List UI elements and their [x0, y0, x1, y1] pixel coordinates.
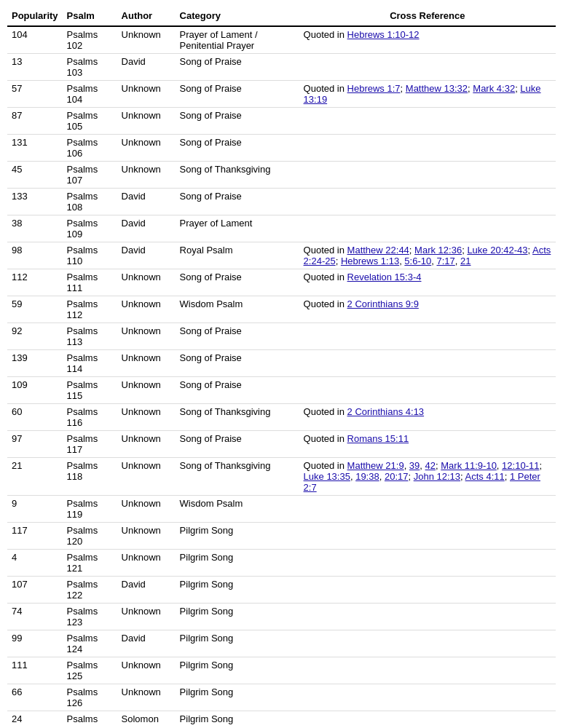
header-crossref: Cross Reference: [299, 7, 556, 26]
cell-popularity: 99: [7, 630, 63, 657]
cell-category: Wisdom Psalm: [176, 496, 299, 523]
cell-author: Unknown: [117, 81, 176, 108]
cell-psalm: Psalms109: [63, 215, 117, 242]
cell-psalm: Psalms107: [63, 162, 117, 189]
cell-category: Song of Praise: [176, 81, 299, 108]
cell-author: Unknown: [117, 377, 176, 404]
cell-psalm: Psalms104: [63, 81, 117, 108]
cell-author: David: [117, 189, 176, 215]
cell-author: Unknown: [117, 135, 176, 162]
cell-popularity: 109: [7, 377, 63, 404]
cell-psalm: Psalms110: [63, 242, 117, 269]
cell-popularity: 59: [7, 296, 63, 323]
cell-author: David: [117, 577, 176, 604]
cell-crossref: [299, 657, 556, 684]
cell-crossref: [299, 630, 556, 657]
cell-author: Unknown: [117, 296, 176, 323]
cell-popularity: 112: [7, 269, 63, 296]
cell-psalm: Psalms103: [63, 54, 117, 81]
cell-author: Unknown: [117, 431, 176, 458]
table-row: 45 Psalms107 Unknown Song of Thanksgivin…: [7, 162, 556, 189]
header-popularity: Popularity: [7, 7, 63, 26]
table-row: 59 Psalms112 Unknown Wisdom Psalm Quoted…: [7, 296, 556, 323]
table-row: 57 Psalms104 Unknown Song of Praise Quot…: [7, 81, 556, 108]
table-row: 21 Psalms118 Unknown Song of Thanksgivin…: [7, 458, 556, 496]
cell-author: Unknown: [117, 550, 176, 577]
table-row: 4 Psalms121 Unknown Pilgrim Song: [7, 550, 556, 577]
cell-author: Unknown: [117, 458, 176, 496]
cell-psalm: Psalms105: [63, 108, 117, 135]
cell-author: Unknown: [117, 523, 176, 550]
cell-psalm: Psalms115: [63, 377, 117, 404]
table-row: 112 Psalms111 Unknown Song of Praise Quo…: [7, 269, 556, 296]
table-row: 99 Psalms124 David Pilgrim Song: [7, 630, 556, 657]
cell-author: Unknown: [117, 684, 176, 711]
cell-psalm: Psalms125: [63, 657, 117, 684]
cell-crossref: [299, 135, 556, 162]
table-row: 104 Psalms102 Unknown Prayer of Lament /…: [7, 26, 556, 54]
cell-category: Prayer of Lament / Penitential Prayer: [176, 26, 299, 54]
cell-popularity: 111: [7, 657, 63, 684]
table-row: 38 Psalms109 David Prayer of Lament: [7, 215, 556, 242]
cell-author: Unknown: [117, 108, 176, 135]
cell-author: David: [117, 215, 176, 242]
cell-crossref: [299, 323, 556, 350]
cell-popularity: 74: [7, 604, 63, 630]
table-row: 98 Psalms110 David Royal Psalm Quoted in…: [7, 242, 556, 269]
table-row: 74 Psalms123 Unknown Pilgrim Song: [7, 604, 556, 630]
cell-author: Unknown: [117, 496, 176, 523]
cell-crossref: [299, 189, 556, 215]
cell-psalm: Psalms119: [63, 496, 117, 523]
cell-popularity: 133: [7, 189, 63, 215]
table-row: 92 Psalms113 Unknown Song of Praise: [7, 323, 556, 350]
table-row: 97 Psalms117 Unknown Song of Praise Quot…: [7, 431, 556, 458]
cell-author: David: [117, 54, 176, 81]
cell-psalm: Psalms120: [63, 523, 117, 550]
cell-popularity: 21: [7, 458, 63, 496]
table-row: 131 Psalms106 Unknown Song of Praise: [7, 135, 556, 162]
header-psalm: Psalm: [63, 7, 117, 26]
cell-category: Song of Praise: [176, 135, 299, 162]
cell-category: Pilgrim Song: [176, 577, 299, 604]
cell-category: Pilgrim Song: [176, 711, 299, 727]
cell-psalm: Psalms118: [63, 458, 117, 496]
cell-psalm: Psalms123: [63, 604, 117, 630]
cell-psalm: Psalms114: [63, 350, 117, 377]
cell-author: David: [117, 242, 176, 269]
header-author: Author: [117, 7, 176, 26]
cell-popularity: 139: [7, 350, 63, 377]
cell-category: Song of Praise: [176, 269, 299, 296]
cell-popularity: 38: [7, 215, 63, 242]
table-row: 9 Psalms119 Unknown Wisdom Psalm: [7, 496, 556, 523]
cell-psalm: Psalms111: [63, 269, 117, 296]
cell-author: Unknown: [117, 269, 176, 296]
cell-psalm: Psalms116: [63, 404, 117, 431]
cell-popularity: 66: [7, 684, 63, 711]
cell-psalm: Psalms122: [63, 577, 117, 604]
cell-author: Unknown: [117, 350, 176, 377]
cell-psalm: Psalms113: [63, 323, 117, 350]
cell-popularity: 24: [7, 711, 63, 727]
cell-psalm: Psalms121: [63, 550, 117, 577]
cell-crossref: Quoted in Matthew 22:44; Mark 12:36; Luk…: [299, 242, 556, 269]
table-row: 133 Psalms108 David Song of Praise: [7, 189, 556, 215]
cell-crossref: Quoted in Matthew 21:9, 39, 42; Mark 11:…: [299, 458, 556, 496]
psalms-table: Popularity Psalm Author Category Cross R…: [7, 7, 556, 727]
cell-popularity: 87: [7, 108, 63, 135]
cell-category: Song of Thanksgiving: [176, 404, 299, 431]
cell-psalm: Psalms112: [63, 296, 117, 323]
cell-category: Song of Praise: [176, 189, 299, 215]
cell-category: Pilgrim Song: [176, 550, 299, 577]
header-category: Category: [176, 7, 299, 26]
cell-crossref: [299, 162, 556, 189]
cell-crossref: [299, 496, 556, 523]
cell-popularity: 104: [7, 26, 63, 54]
cell-crossref: [299, 550, 556, 577]
cell-crossref: Quoted in Hebrews 1:7; Matthew 13:32; Ma…: [299, 81, 556, 108]
cell-crossref: Quoted in Romans 15:11: [299, 431, 556, 458]
cell-author: Unknown: [117, 604, 176, 630]
cell-psalm: Psalms124: [63, 630, 117, 657]
cell-crossref: [299, 350, 556, 377]
cell-category: Song of Praise: [176, 377, 299, 404]
cell-category: Song of Praise: [176, 431, 299, 458]
